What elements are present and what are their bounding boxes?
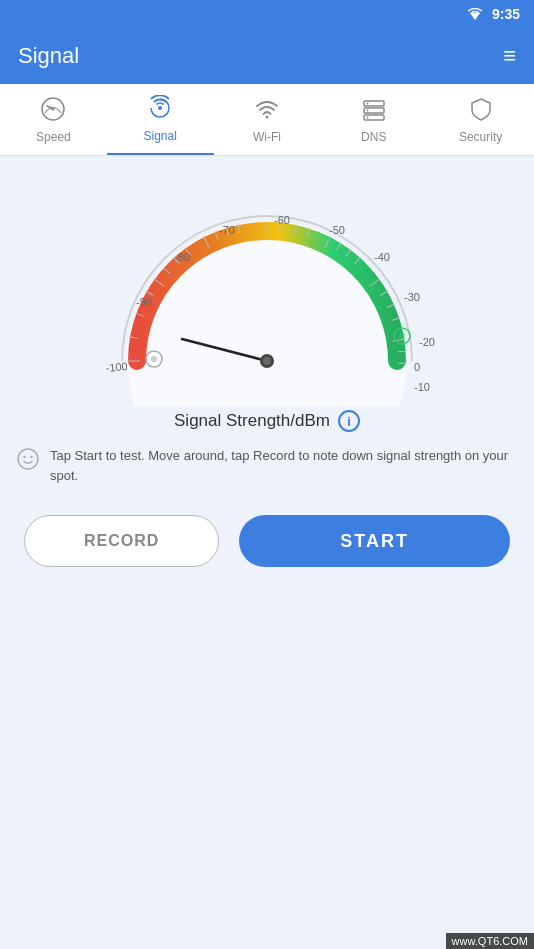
gauge-container: -100 -90 -80 -70 -60 -50 -40 -30 -20 -10	[0, 176, 534, 432]
smiley-icon	[16, 447, 40, 477]
svg-text:-60: -60	[274, 214, 290, 226]
svg-text:-10: -10	[414, 381, 430, 393]
svg-text:-90: -90	[136, 296, 152, 308]
svg-point-56	[263, 357, 271, 365]
tab-speed-label: Speed	[36, 130, 71, 144]
signal-icon	[147, 95, 173, 125]
svg-point-3	[158, 106, 162, 110]
svg-point-6	[366, 102, 368, 104]
start-button[interactable]: START	[239, 515, 510, 567]
gauge-label-row: Signal Strength/dBm i	[174, 410, 360, 432]
status-bar: 9:35	[0, 0, 534, 28]
svg-point-10	[366, 116, 368, 118]
wifi-status-icon	[467, 8, 483, 20]
svg-line-48	[398, 351, 407, 352]
security-icon	[468, 96, 494, 126]
svg-text:-40: -40	[374, 251, 390, 263]
tab-security-label: Security	[459, 130, 502, 144]
svg-point-53	[399, 333, 405, 339]
watermark: www.QT6.COM	[446, 933, 534, 949]
tab-speed[interactable]: Speed	[0, 84, 107, 155]
tab-dns-label: DNS	[361, 130, 386, 144]
hamburger-icon[interactable]: ≡	[503, 43, 516, 69]
svg-point-58	[23, 456, 25, 458]
tab-signal-label: Signal	[144, 129, 177, 143]
tab-dns[interactable]: DNS	[320, 84, 427, 155]
instruction-text: Tap Start to test. Move around, tap Reco…	[50, 446, 518, 485]
tab-wifi-label: Wi-Fi	[253, 130, 281, 144]
wifi-icon	[254, 96, 280, 126]
info-icon[interactable]: i	[338, 410, 360, 432]
svg-text:-20: -20	[419, 336, 435, 348]
svg-text:-30: -30	[404, 291, 420, 303]
svg-text:-80: -80	[174, 251, 190, 263]
svg-text:0: 0	[414, 361, 420, 373]
gauge-svg: -100 -90 -80 -70 -60 -50 -40 -30 -20 -10	[97, 186, 437, 406]
tab-security[interactable]: Security	[427, 84, 534, 155]
main-content: -100 -90 -80 -70 -60 -50 -40 -30 -20 -10	[0, 156, 534, 949]
svg-point-51	[151, 356, 157, 362]
tab-signal[interactable]: Signal	[107, 84, 214, 155]
svg-text:-100: -100	[105, 360, 128, 374]
svg-point-8	[366, 109, 368, 111]
instruction-row: Tap Start to test. Move around, tap Reco…	[0, 432, 534, 499]
svg-point-4	[265, 115, 268, 118]
dns-icon	[361, 96, 387, 126]
tab-wifi[interactable]: Wi-Fi	[214, 84, 321, 155]
status-bar-icons: 9:35	[467, 6, 520, 22]
record-button[interactable]: RECORD	[24, 515, 219, 567]
svg-text:-50: -50	[329, 224, 345, 236]
svg-point-57	[18, 449, 38, 469]
gauge-label: Signal Strength/dBm	[174, 411, 330, 431]
button-row: RECORD START	[0, 499, 534, 583]
gauge-wrapper: -100 -90 -80 -70 -60 -50 -40 -30 -20 -10	[97, 186, 437, 406]
app-bar: Signal ≡	[0, 28, 534, 84]
app-title: Signal	[18, 43, 79, 69]
svg-point-11	[127, 221, 407, 406]
tab-bar: Speed Signal Wi-Fi	[0, 84, 534, 156]
status-time: 9:35	[492, 6, 520, 22]
svg-marker-0	[470, 13, 480, 20]
speed-icon	[40, 96, 66, 126]
svg-point-59	[30, 456, 32, 458]
